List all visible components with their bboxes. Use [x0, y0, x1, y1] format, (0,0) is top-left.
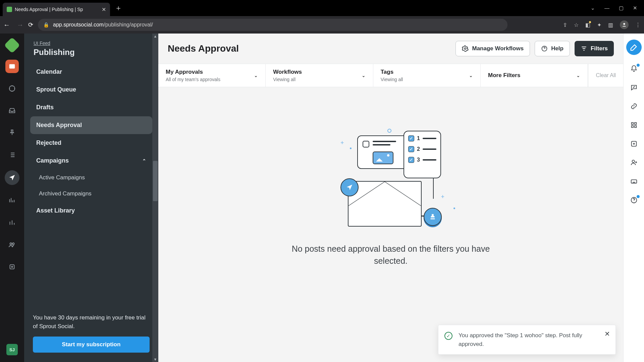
- main-content: Needs Approval Manage Workflows Help Fil…: [158, 34, 623, 362]
- close-icon[interactable]: ✕: [604, 330, 610, 338]
- trial-text: You have 30 days remaining in your free …: [33, 313, 150, 330]
- profile-icon[interactable]: [620, 20, 629, 29]
- right-rail: [623, 34, 644, 362]
- tab-favicon: [7, 7, 12, 12]
- scroll-down-icon[interactable]: ▼: [152, 357, 158, 361]
- sprout-logo[interactable]: [4, 37, 20, 53]
- url-text: app.sproutsocial.com/publishing/approval…: [53, 22, 153, 28]
- maximize-window-icon[interactable]: ▢: [619, 5, 624, 11]
- gear-icon: [462, 45, 469, 52]
- sidebar-scrollbar[interactable]: ▲ ▼: [152, 34, 158, 362]
- reload-icon[interactable]: ⟳: [28, 21, 33, 28]
- svg-point-4: [12, 243, 14, 245]
- svg-rect-10: [634, 123, 636, 125]
- lock-icon: 🔒: [43, 22, 49, 27]
- page-title: Needs Approval: [168, 43, 451, 54]
- address-bar[interactable]: 🔒 app.sproutsocial.com/publishing/approv…: [38, 19, 507, 31]
- toast: ✓ You approved the "Step 1 wohoo" step. …: [438, 325, 616, 355]
- filter-tags[interactable]: Tags Viewing all ⌄: [373, 64, 481, 87]
- chevron-up-icon: ⌃: [142, 158, 146, 164]
- compose-button[interactable]: [626, 40, 642, 55]
- share-icon[interactable]: ⇪: [563, 22, 567, 28]
- sidebar-section-title: Publishing: [34, 48, 149, 57]
- sidebar-section-campaigns[interactable]: Campaigns ⌃: [30, 152, 152, 170]
- chevron-down-icon: ⌄: [362, 73, 366, 78]
- svg-point-2: [9, 86, 15, 92]
- svg-rect-1: [9, 64, 15, 69]
- extension-icon[interactable]: ◧: [585, 22, 590, 28]
- scroll-up-icon[interactable]: ▲: [152, 34, 158, 38]
- rail-publishing-icon[interactable]: [5, 170, 19, 185]
- rail-reports-icon[interactable]: [5, 216, 19, 229]
- keyboard-icon[interactable]: [630, 178, 638, 186]
- sidebar-item-drafts[interactable]: Drafts: [30, 99, 152, 116]
- chevron-down-icon: ⌄: [469, 73, 473, 78]
- chat-icon[interactable]: [630, 84, 638, 93]
- empty-state-text: No posts need approval based on the filt…: [287, 243, 495, 267]
- sidebar-item-rejected[interactable]: Rejected: [30, 134, 152, 152]
- bookmark-icon[interactable]: ☆: [574, 22, 579, 28]
- start-subscription-button[interactable]: Start my subscription: [33, 337, 150, 353]
- sidebar-item-sprout-queue[interactable]: Sprout Queue: [30, 81, 152, 99]
- help-button[interactable]: Help: [535, 41, 570, 56]
- clear-filters-button[interactable]: Clear All: [588, 64, 623, 87]
- rail-listening-icon[interactable]: [5, 194, 19, 207]
- notifications-icon[interactable]: [630, 65, 638, 74]
- extensions-menu-icon[interactable]: ✦: [597, 22, 601, 28]
- help-center-icon[interactable]: [630, 196, 638, 205]
- help-icon: [541, 45, 548, 52]
- chevron-down-icon: ⌄: [576, 73, 580, 78]
- sidebar-item-active-campaigns[interactable]: Active Campaigns: [30, 170, 152, 186]
- filter-icon: [581, 45, 587, 52]
- close-window-icon[interactable]: ✕: [633, 5, 637, 11]
- sidebar-item-archived-campaigns[interactable]: Archived Campaigns: [30, 186, 152, 202]
- add-panel-icon[interactable]: [630, 140, 638, 149]
- svg-point-14: [632, 160, 634, 163]
- rail-settings-icon[interactable]: [5, 260, 19, 274]
- filter-workflows[interactable]: Workflows Viewing all ⌄: [266, 64, 373, 87]
- svg-point-0: [623, 23, 625, 25]
- rail-dashboard-icon[interactable]: [5, 60, 19, 73]
- rail-compass-icon[interactable]: [5, 82, 19, 95]
- filter-my-approvals[interactable]: My Approvals All of my team's approvals …: [158, 64, 266, 87]
- rail-inbox-icon[interactable]: [5, 104, 19, 117]
- empty-illustration: + + 1 2 3: [320, 129, 461, 233]
- svg-rect-9: [631, 123, 633, 125]
- chrome-menu-icon[interactable]: ⋮: [635, 22, 641, 28]
- rail-user-avatar[interactable]: SJ: [6, 344, 18, 355]
- app-rail: SJ: [0, 34, 24, 362]
- link-icon[interactable]: [630, 103, 638, 111]
- send-icon: [340, 178, 359, 196]
- sidebar: UI Feed Publishing Calendar Sprout Queue…: [24, 34, 158, 362]
- chevron-down-icon: ⌄: [254, 73, 258, 78]
- filter-more[interactable]: More Filters ⌄: [481, 64, 588, 87]
- stamp-icon: [424, 208, 442, 226]
- rail-pin-icon[interactable]: [5, 126, 19, 139]
- sidebar-item-needs-approval[interactable]: Needs Approval: [30, 116, 152, 134]
- side-panel-icon[interactable]: ▥: [608, 22, 613, 28]
- svg-rect-12: [634, 126, 636, 128]
- add-user-icon[interactable]: [630, 159, 638, 168]
- close-tab-icon[interactable]: ✕: [102, 6, 106, 13]
- forward-icon[interactable]: →: [17, 21, 23, 29]
- apps-icon[interactable]: [630, 121, 638, 130]
- svg-point-6: [11, 266, 13, 267]
- scroll-thumb[interactable]: [153, 161, 158, 201]
- back-icon[interactable]: ←: [3, 21, 10, 29]
- sidebar-item-asset-library[interactable]: Asset Library: [30, 202, 152, 220]
- new-tab-button[interactable]: ＋: [110, 3, 127, 13]
- manage-workflows-button[interactable]: Manage Workflows: [455, 41, 530, 56]
- toast-text: You approved the "Step 1 wohoo" step. Po…: [459, 331, 599, 348]
- browser-tab[interactable]: Needs Approval | Publishing | Sp ✕: [3, 3, 110, 16]
- filters-button[interactable]: Filters: [575, 41, 614, 56]
- svg-rect-15: [631, 180, 637, 183]
- tabs-dropdown-icon[interactable]: ⌄: [591, 5, 595, 11]
- success-icon: ✓: [444, 332, 452, 340]
- sidebar-item-calendar[interactable]: Calendar: [30, 63, 152, 81]
- minimize-window-icon[interactable]: ―: [604, 5, 609, 11]
- ui-feed-link[interactable]: UI Feed: [34, 41, 50, 46]
- rail-people-icon[interactable]: [5, 238, 19, 251]
- svg-point-7: [465, 48, 466, 50]
- svg-point-3: [10, 243, 12, 245]
- rail-list-icon[interactable]: [5, 148, 19, 162]
